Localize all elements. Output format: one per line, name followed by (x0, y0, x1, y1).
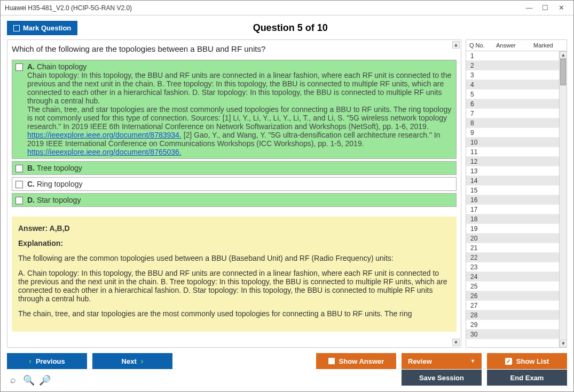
option-d-checkbox[interactable] (15, 197, 23, 204)
chevron-down-icon: ▼ (470, 358, 475, 364)
list-item[interactable]: 4 (466, 80, 559, 90)
review-button[interactable]: Review▼ (402, 353, 482, 369)
list-item[interactable]: 20 (466, 234, 559, 243)
window-title: Huawei H35-481_V2.0 (HCIP-5G-RAN V2.0) (5, 4, 521, 12)
list-item[interactable]: 7 (466, 109, 559, 118)
qno-cell: 5 (466, 91, 493, 98)
scroll-down-icon[interactable]: ▼ (560, 340, 567, 347)
minimize-button[interactable]: — (521, 3, 537, 13)
list-item[interactable]: 2 (466, 61, 559, 70)
mark-question-button[interactable]: Mark Question (7, 21, 77, 35)
list-item[interactable]: 19 (466, 224, 559, 234)
list-item[interactable]: 13 (466, 166, 559, 176)
show-answer-button[interactable]: Show Answer (316, 353, 396, 369)
question-counter: Question 5 of 10 (77, 22, 503, 34)
option-d[interactable]: D. Star topology (12, 193, 457, 207)
citation-link-2[interactable]: https://ieeexplore.ieee.org/document/876… (27, 148, 182, 156)
option-a[interactable]: A. Chain topology Chain topology: In thi… (12, 60, 457, 159)
qno-cell: 30 (466, 331, 493, 338)
list-item[interactable]: 1 (466, 51, 559, 61)
list-item[interactable]: 6 (466, 99, 559, 109)
list-item[interactable]: 15 (466, 186, 559, 195)
previous-button[interactable]: ‹Previous (7, 353, 87, 369)
list-item[interactable]: 14 (466, 176, 559, 186)
question-list-pane: Q No. Answer Marked 12345678910111213141… (466, 39, 567, 348)
list-item[interactable]: 16 (466, 195, 559, 205)
list-item[interactable]: 25 (466, 282, 559, 291)
save-session-button[interactable]: Save Session (402, 370, 482, 386)
end-exam-button[interactable]: End Exam (487, 370, 567, 386)
side-scrollbar[interactable]: ▲ ▼ (559, 51, 567, 347)
list-item[interactable]: 9 (466, 128, 559, 138)
col-answer: Answer (493, 40, 530, 51)
list-item[interactable]: 23 (466, 262, 559, 272)
list-item[interactable]: 18 (466, 214, 559, 224)
list-item[interactable]: 8 (466, 118, 559, 128)
list-item[interactable]: 28 (466, 310, 559, 320)
option-b[interactable]: B. Tree topology (12, 161, 457, 175)
zoom-controls: ⌕ 🔍 🔎 (7, 374, 51, 386)
scroll-up-icon[interactable]: ▲ (452, 41, 460, 49)
qno-cell: 12 (466, 158, 493, 165)
zoom-in-icon[interactable]: 🔍 (23, 374, 35, 386)
list-item[interactable]: 24 (466, 272, 559, 282)
option-c-checkbox[interactable] (15, 181, 23, 188)
main-row: ▲ Which of the following are the topolog… (7, 39, 567, 348)
list-item[interactable]: 21 (466, 243, 559, 253)
option-b-checkbox[interactable] (15, 165, 23, 172)
question-list[interactable]: 1234567891011121314151617181920212223242… (466, 51, 559, 347)
qno-cell: 13 (466, 167, 493, 175)
question-text: Which of the following are the topologie… (12, 44, 457, 53)
option-a-checkbox[interactable] (15, 63, 23, 71)
qno-cell: 2 (466, 62, 493, 69)
list-item[interactable]: 29 (466, 320, 559, 330)
answer-line: Answer: A,B,D (18, 224, 450, 233)
qno-cell: 26 (466, 292, 493, 300)
qno-cell: 28 (466, 311, 493, 319)
check-icon: ✓ (505, 358, 512, 365)
qno-cell: 10 (466, 139, 493, 146)
explanation-p3: The chain, tree, and star topologies are… (18, 309, 450, 318)
qno-cell: 21 (466, 244, 493, 252)
qno-cell: 14 (466, 177, 493, 185)
list-item[interactable]: 12 (466, 157, 559, 166)
explanation-p2: A. Chain topology: In this topology, the… (18, 269, 450, 303)
list-item[interactable]: 30 (466, 330, 559, 339)
zoom-reset-icon[interactable]: ⌕ (7, 374, 19, 386)
qno-cell: 18 (466, 215, 493, 223)
scroll-thumb[interactable] (560, 59, 566, 85)
qno-cell: 27 (466, 302, 493, 309)
qno-cell: 24 (466, 273, 493, 281)
qno-cell: 23 (466, 263, 493, 271)
list-item[interactable]: 3 (466, 70, 559, 80)
qno-cell: 19 (466, 225, 493, 233)
list-item[interactable]: 27 (466, 301, 559, 310)
zoom-out-icon[interactable]: 🔎 (39, 374, 51, 386)
question-pane[interactable]: ▲ Which of the following are the topolog… (7, 39, 461, 348)
maximize-button[interactable]: ☐ (537, 3, 553, 13)
titlebar: Huawei H35-481_V2.0 (HCIP-5G-RAN V2.0) —… (1, 1, 573, 15)
option-c[interactable]: C. Ring topology (12, 177, 457, 191)
list-item[interactable]: 22 (466, 253, 559, 262)
citation-link-1[interactable]: https://ieeexplore.ieee.org/document/878… (27, 131, 182, 139)
explanation-header: Explanation: (18, 239, 450, 247)
qno-cell: 9 (466, 129, 493, 137)
list-item[interactable]: 10 (466, 138, 559, 147)
close-button[interactable]: ✕ (553, 3, 569, 13)
explanation-p1: The following are the common topologies … (18, 254, 450, 262)
square-icon (328, 358, 335, 364)
list-item[interactable]: 17 (466, 205, 559, 214)
scroll-up-icon[interactable]: ▲ (560, 51, 567, 59)
qno-cell: 6 (466, 100, 493, 108)
col-marked: Marked (530, 40, 567, 51)
qno-cell: 8 (466, 119, 493, 127)
show-list-button[interactable]: ✓Show List (487, 353, 567, 369)
scroll-down-icon[interactable]: ▼ (452, 339, 460, 346)
list-item[interactable]: 11 (466, 147, 559, 157)
qno-cell: 22 (466, 254, 493, 261)
qno-cell: 4 (466, 81, 493, 89)
qno-cell: 1 (466, 52, 493, 60)
next-button[interactable]: Next› (92, 353, 172, 369)
list-item[interactable]: 26 (466, 291, 559, 301)
list-item[interactable]: 5 (466, 90, 559, 99)
